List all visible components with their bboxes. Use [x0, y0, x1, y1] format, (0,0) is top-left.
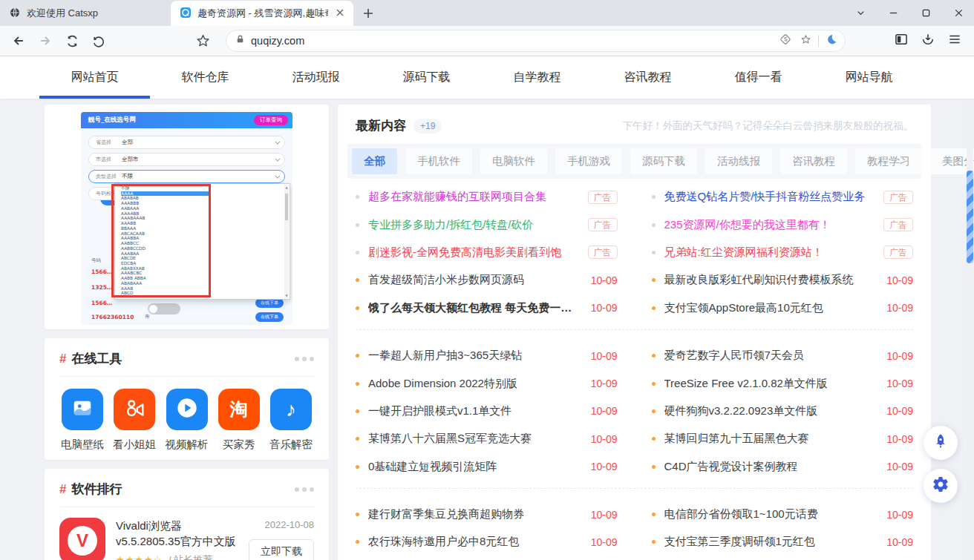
tab-all[interactable]: 全部 [352, 148, 397, 174]
featured-post-card[interactable]: 靓号_在线选号网 订单查询 省选择全部 市选择全部市 类型选择不限 号码检索 [45, 105, 329, 329]
bullet-icon [356, 251, 359, 254]
post-date: 10-09 [886, 302, 913, 314]
list-item: C4D广告视觉设计案例教程10-09 [652, 453, 914, 481]
nav-item-source[interactable]: 源码下载 [371, 56, 482, 99]
post-link[interactable]: C4D广告视觉设计案例教程 [664, 460, 878, 474]
bullet-icon [356, 223, 359, 227]
list-item: 硬件狗狗v3.2.22.0923单文件版10-09 [652, 398, 914, 425]
bullet-icon [652, 251, 656, 254]
post-link[interactable]: 电信部分省份领取1~100元话费 [664, 507, 878, 521]
bookmark-star-icon[interactable] [800, 33, 812, 49]
nav-item-software[interactable]: 软件仓库 [150, 56, 261, 99]
post-link[interactable]: 0基础建立短视频引流矩阵 [368, 460, 582, 474]
undo-icon[interactable] [89, 31, 108, 50]
post-link[interactable]: 一拳超人新用户抽3~365天绿钻 [368, 349, 582, 363]
tab-mobile-games[interactable]: 手机游戏 [555, 148, 622, 174]
refresh-icon[interactable] [62, 31, 82, 50]
home-star-icon[interactable] [193, 31, 212, 50]
nav-item-activities[interactable]: 活动现报 [261, 56, 371, 99]
forward-icon[interactable] [36, 31, 55, 50]
page-scrollbar-track[interactable] [967, 100, 973, 560]
post-link[interactable]: 硬件狗狗v3.2.22.0923单文件版 [664, 404, 878, 418]
post-link[interactable]: 一键开启护眼模式v1.1单文件 [368, 404, 582, 418]
post-link[interactable]: TreeSize Free v2.1.0.82单文件版 [664, 377, 878, 391]
tab-close-icon[interactable] [334, 7, 346, 20]
bullet-icon [652, 540, 656, 544]
browser-dropdown-icon[interactable] [855, 8, 866, 19]
nav-item-home[interactable]: 网站首页 [39, 56, 150, 99]
browser-tab-quqizy[interactable]: 趣奇资源网 - 残雪资源网,趣味奇妙 [171, 1, 353, 26]
vivaldi-icon: V [59, 518, 105, 560]
bullet-icon [652, 223, 656, 227]
download-icon[interactable] [921, 32, 935, 50]
post-link[interactable]: 某博第八十六届黑S冠军竞选大赛 [368, 432, 582, 446]
menu-icon[interactable] [947, 32, 962, 50]
bullet-icon [652, 513, 656, 516]
software-ranking-card: # 软件排行 V Vivaldi浏览器 v5.5.2805.35官方中文版 ★★… [45, 469, 329, 560]
new-count-badge: +19 [414, 119, 442, 134]
list-item: 饿了么每天领大额红包教程 每天免费一顿饭10-09 [356, 294, 618, 322]
more-dots-icon[interactable] [295, 487, 314, 492]
post-link[interactable]: 某博回归第九十五届黑色大赛 [664, 432, 878, 446]
nav-item-news[interactable]: 咨讯教程 [592, 56, 703, 99]
tab-mobile-software[interactable]: 手机软件 [405, 148, 472, 174]
url-bar[interactable]: quqizy.com [226, 30, 846, 52]
post-link[interactable]: 最新改良版彩虹代刷知识付费模板系统 [664, 273, 878, 287]
post-link[interactable]: 免费送Q钻名片赞/快手抖音粉丝点赞业务 [664, 190, 875, 204]
back-icon[interactable] [9, 31, 28, 50]
nav-item-worth[interactable]: 值得一看 [703, 56, 814, 99]
release-date: 2022-10-08 [265, 519, 315, 530]
settings-gear-button[interactable] [924, 469, 958, 503]
post-link[interactable]: 剧迷影视-全网免费高清电影美剧看到饱 [368, 246, 579, 260]
post-link[interactable]: 爱奇艺数字人民币领7天会员 [664, 349, 878, 363]
nav-item-tutorials[interactable]: 自学教程 [482, 56, 592, 99]
post-link[interactable]: 农行珠海特邀用户必中8元红包 [368, 535, 582, 549]
post-link[interactable]: 饿了么每天领大额红包教程 每天免费一顿饭 [368, 301, 582, 315]
tab-learning[interactable]: 教程学习 [855, 148, 922, 174]
post-link[interactable]: 建行财富季集豆兑换商超购物券 [368, 507, 582, 521]
tool-video-parser[interactable]: 视频解析 [166, 389, 209, 452]
tab-pc-software[interactable]: 电脑软件 [480, 148, 547, 174]
close-window-icon[interactable] [953, 8, 964, 19]
post-link[interactable]: 首发超级简洁小米步数网页源码 [368, 273, 582, 287]
tool-wallpaper[interactable]: 电脑壁纸 [61, 389, 104, 452]
post-link[interactable]: 超多在家就能赚钱的互联网项目合集 [368, 190, 579, 204]
post-link[interactable]: Adobe Dimension 2022特别版 [368, 377, 582, 391]
maximize-icon[interactable] [921, 8, 931, 19]
split-view-icon[interactable] [894, 32, 909, 50]
bullet-icon [652, 278, 656, 282]
nav-item-directory[interactable]: 网站导航 [814, 56, 924, 99]
dark-mode-moon-icon[interactable] [825, 33, 837, 49]
page-scrollbar-thumb[interactable] [967, 171, 973, 263]
more-dots-icon[interactable] [295, 357, 314, 361]
tool-taobao-show[interactable]: 淘 买家秀 [218, 389, 261, 452]
post-date: 10-09 [591, 433, 618, 445]
window-controls [855, 0, 968, 26]
tab-source-download[interactable]: 源码下载 [630, 148, 697, 174]
tab-news-tutorials[interactable]: 咨讯教程 [780, 148, 847, 174]
post-link[interactable]: 支付宝第三季度调研领1元红包 [664, 535, 878, 549]
tool-music-decrypt[interactable]: ♪ 音乐解密 [269, 389, 313, 452]
browser-tab-catsxp[interactable]: 欢迎使用 Catsxp [0, 1, 171, 26]
bullet-icon [652, 382, 656, 386]
post-link[interactable]: 专业拼多多助力/拆红包/转盘/砍价 [368, 218, 579, 232]
minimize-icon[interactable] [888, 8, 898, 19]
category-tabs: 全部 手机软件 电脑软件 手机游戏 源码下载 活动线报 咨讯教程 教程学习 美图… [347, 144, 921, 179]
star-rating: ★★★★☆ [116, 554, 163, 560]
list-item: 一拳超人新用户抽3~365天绿钻10-09 [356, 342, 618, 369]
ranking-item-vivaldi[interactable]: V Vivaldi浏览器 v5.5.2805.35官方中文版 ★★★★☆ / 站… [45, 507, 329, 560]
video-camera-icon [123, 397, 146, 422]
tool-girls-video[interactable]: 看小姐姐 [113, 389, 156, 452]
download-now-button[interactable]: 立即下载 [249, 539, 314, 560]
group-divider [356, 488, 913, 489]
post-link[interactable]: 235资源网/你想要的我这里都有！ [664, 218, 875, 232]
tools-section-title: 在线工具 [71, 350, 122, 367]
back-to-top-rocket-button[interactable] [924, 426, 958, 460]
translate-s-icon[interactable] [779, 33, 792, 49]
thumb-dropdown-scrollbar: ▲ ▼ [284, 185, 289, 298]
post-link[interactable]: 支付宝领AppStore最高10元红包 [664, 301, 878, 315]
new-tab-button[interactable] [358, 3, 379, 24]
post-link[interactable]: 兄弟站:红尘资源网福利资源站！ [664, 246, 875, 260]
tab-activities[interactable]: 活动线报 [705, 148, 772, 174]
bullet-icon [652, 354, 656, 358]
